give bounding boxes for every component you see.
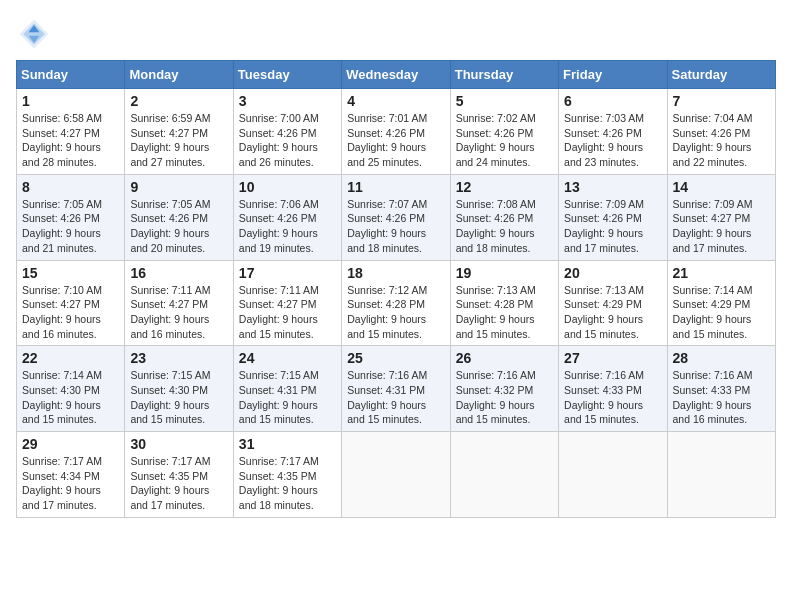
calendar-cell: 25Sunrise: 7:16 AMSunset: 4:31 PMDayligh… [342,346,450,432]
day-info: Sunrise: 7:16 AMSunset: 4:33 PMDaylight:… [564,368,661,427]
day-info: Sunrise: 7:13 AMSunset: 4:29 PMDaylight:… [564,283,661,342]
calendar-week-1: 1Sunrise: 6:58 AMSunset: 4:27 PMDaylight… [17,89,776,175]
day-info: Sunrise: 7:14 AMSunset: 4:29 PMDaylight:… [673,283,770,342]
calendar-cell: 26Sunrise: 7:16 AMSunset: 4:32 PMDayligh… [450,346,558,432]
calendar-cell [342,432,450,518]
calendar-cell: 12Sunrise: 7:08 AMSunset: 4:26 PMDayligh… [450,174,558,260]
day-info: Sunrise: 7:16 AMSunset: 4:33 PMDaylight:… [673,368,770,427]
weekday-header-wednesday: Wednesday [342,61,450,89]
calendar-week-4: 22Sunrise: 7:14 AMSunset: 4:30 PMDayligh… [17,346,776,432]
day-number: 21 [673,265,770,281]
calendar-table: SundayMondayTuesdayWednesdayThursdayFrid… [16,60,776,518]
day-info: Sunrise: 7:16 AMSunset: 4:32 PMDaylight:… [456,368,553,427]
day-number: 19 [456,265,553,281]
calendar-cell: 20Sunrise: 7:13 AMSunset: 4:29 PMDayligh… [559,260,667,346]
day-number: 3 [239,93,336,109]
weekday-header-thursday: Thursday [450,61,558,89]
day-info: Sunrise: 7:04 AMSunset: 4:26 PMDaylight:… [673,111,770,170]
day-info: Sunrise: 7:15 AMSunset: 4:31 PMDaylight:… [239,368,336,427]
day-info: Sunrise: 7:01 AMSunset: 4:26 PMDaylight:… [347,111,444,170]
weekday-header-saturday: Saturday [667,61,775,89]
day-info: Sunrise: 7:03 AMSunset: 4:26 PMDaylight:… [564,111,661,170]
day-info: Sunrise: 7:06 AMSunset: 4:26 PMDaylight:… [239,197,336,256]
calendar-cell: 18Sunrise: 7:12 AMSunset: 4:28 PMDayligh… [342,260,450,346]
day-number: 18 [347,265,444,281]
day-number: 15 [22,265,119,281]
day-number: 28 [673,350,770,366]
day-number: 26 [456,350,553,366]
day-info: Sunrise: 7:16 AMSunset: 4:31 PMDaylight:… [347,368,444,427]
day-info: Sunrise: 7:00 AMSunset: 4:26 PMDaylight:… [239,111,336,170]
calendar-cell: 21Sunrise: 7:14 AMSunset: 4:29 PMDayligh… [667,260,775,346]
day-info: Sunrise: 7:15 AMSunset: 4:30 PMDaylight:… [130,368,227,427]
calendar-cell: 9Sunrise: 7:05 AMSunset: 4:26 PMDaylight… [125,174,233,260]
day-number: 5 [456,93,553,109]
calendar-cell: 28Sunrise: 7:16 AMSunset: 4:33 PMDayligh… [667,346,775,432]
page-header [16,16,776,52]
day-info: Sunrise: 7:17 AMSunset: 4:35 PMDaylight:… [239,454,336,513]
day-info: Sunrise: 7:11 AMSunset: 4:27 PMDaylight:… [130,283,227,342]
day-number: 16 [130,265,227,281]
calendar-cell: 22Sunrise: 7:14 AMSunset: 4:30 PMDayligh… [17,346,125,432]
calendar-cell: 29Sunrise: 7:17 AMSunset: 4:34 PMDayligh… [17,432,125,518]
day-info: Sunrise: 7:07 AMSunset: 4:26 PMDaylight:… [347,197,444,256]
day-number: 25 [347,350,444,366]
day-info: Sunrise: 7:17 AMSunset: 4:34 PMDaylight:… [22,454,119,513]
calendar-week-3: 15Sunrise: 7:10 AMSunset: 4:27 PMDayligh… [17,260,776,346]
day-info: Sunrise: 7:14 AMSunset: 4:30 PMDaylight:… [22,368,119,427]
day-number: 8 [22,179,119,195]
day-info: Sunrise: 7:17 AMSunset: 4:35 PMDaylight:… [130,454,227,513]
calendar-week-5: 29Sunrise: 7:17 AMSunset: 4:34 PMDayligh… [17,432,776,518]
calendar-cell: 14Sunrise: 7:09 AMSunset: 4:27 PMDayligh… [667,174,775,260]
day-info: Sunrise: 7:08 AMSunset: 4:26 PMDaylight:… [456,197,553,256]
day-info: Sunrise: 7:10 AMSunset: 4:27 PMDaylight:… [22,283,119,342]
calendar-cell: 16Sunrise: 7:11 AMSunset: 4:27 PMDayligh… [125,260,233,346]
logo [16,16,56,52]
day-info: Sunrise: 6:58 AMSunset: 4:27 PMDaylight:… [22,111,119,170]
day-number: 6 [564,93,661,109]
calendar-cell: 3Sunrise: 7:00 AMSunset: 4:26 PMDaylight… [233,89,341,175]
calendar-cell: 4Sunrise: 7:01 AMSunset: 4:26 PMDaylight… [342,89,450,175]
day-number: 12 [456,179,553,195]
weekday-header-tuesday: Tuesday [233,61,341,89]
day-info: Sunrise: 7:09 AMSunset: 4:27 PMDaylight:… [673,197,770,256]
calendar-cell: 7Sunrise: 7:04 AMSunset: 4:26 PMDaylight… [667,89,775,175]
day-info: Sunrise: 7:05 AMSunset: 4:26 PMDaylight:… [22,197,119,256]
weekday-header-monday: Monday [125,61,233,89]
calendar-cell [450,432,558,518]
day-number: 13 [564,179,661,195]
day-number: 24 [239,350,336,366]
calendar-cell: 5Sunrise: 7:02 AMSunset: 4:26 PMDaylight… [450,89,558,175]
calendar-cell: 27Sunrise: 7:16 AMSunset: 4:33 PMDayligh… [559,346,667,432]
weekday-header-friday: Friday [559,61,667,89]
day-number: 29 [22,436,119,452]
calendar-header-row: SundayMondayTuesdayWednesdayThursdayFrid… [17,61,776,89]
weekday-header-sunday: Sunday [17,61,125,89]
calendar-cell: 11Sunrise: 7:07 AMSunset: 4:26 PMDayligh… [342,174,450,260]
day-info: Sunrise: 7:05 AMSunset: 4:26 PMDaylight:… [130,197,227,256]
day-info: Sunrise: 7:13 AMSunset: 4:28 PMDaylight:… [456,283,553,342]
logo-icon [16,16,52,52]
calendar-cell: 24Sunrise: 7:15 AMSunset: 4:31 PMDayligh… [233,346,341,432]
day-number: 9 [130,179,227,195]
day-info: Sunrise: 6:59 AMSunset: 4:27 PMDaylight:… [130,111,227,170]
calendar-cell [559,432,667,518]
day-number: 27 [564,350,661,366]
calendar-cell: 13Sunrise: 7:09 AMSunset: 4:26 PMDayligh… [559,174,667,260]
calendar-cell [667,432,775,518]
calendar-cell: 8Sunrise: 7:05 AMSunset: 4:26 PMDaylight… [17,174,125,260]
day-number: 10 [239,179,336,195]
calendar-cell: 10Sunrise: 7:06 AMSunset: 4:26 PMDayligh… [233,174,341,260]
day-info: Sunrise: 7:02 AMSunset: 4:26 PMDaylight:… [456,111,553,170]
day-number: 31 [239,436,336,452]
day-number: 1 [22,93,119,109]
calendar-cell: 6Sunrise: 7:03 AMSunset: 4:26 PMDaylight… [559,89,667,175]
day-number: 22 [22,350,119,366]
day-number: 23 [130,350,227,366]
calendar-cell: 23Sunrise: 7:15 AMSunset: 4:30 PMDayligh… [125,346,233,432]
calendar-cell: 17Sunrise: 7:11 AMSunset: 4:27 PMDayligh… [233,260,341,346]
calendar-cell: 30Sunrise: 7:17 AMSunset: 4:35 PMDayligh… [125,432,233,518]
day-number: 20 [564,265,661,281]
day-info: Sunrise: 7:12 AMSunset: 4:28 PMDaylight:… [347,283,444,342]
day-number: 11 [347,179,444,195]
